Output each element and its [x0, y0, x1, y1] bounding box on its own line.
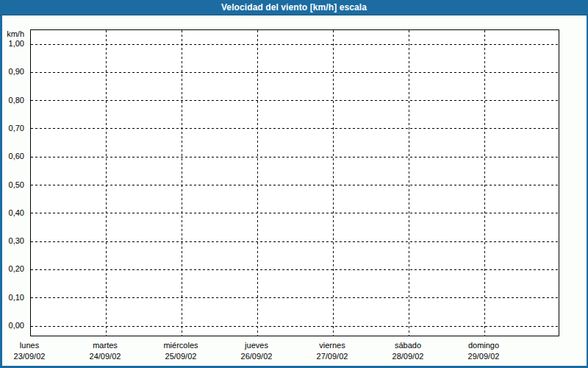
x-axis-day-label: domingo29/09/02: [446, 340, 521, 362]
day-date: 26/09/02: [219, 351, 294, 362]
day-date: 24/09/02: [68, 351, 143, 362]
y-tick-label: 0,80: [0, 96, 24, 105]
x-axis-day-label: viernes27/09/02: [295, 340, 370, 362]
plot-area: [30, 29, 559, 336]
y-tick-label: 1,00: [0, 39, 24, 49]
day-name: martes: [68, 340, 143, 351]
x-axis-day-label: martes24/09/02: [68, 340, 143, 362]
y-tick-label: 0,50: [0, 180, 24, 190]
day-date: 27/09/02: [295, 351, 370, 362]
gridlines: [31, 30, 559, 336]
y-tick-label: 0,30: [0, 236, 24, 246]
y-tick-label: 0,90: [0, 67, 24, 77]
chart-window: Velocidad del viento [km/h] escala km/h …: [0, 0, 588, 368]
chart-title-bar: Velocidad del viento [km/h] escala: [0, 0, 588, 15]
y-tick-label: 0,40: [0, 208, 24, 218]
y-tick-label: 0,70: [0, 124, 24, 133]
day-name: jueves: [219, 340, 294, 351]
day-name: viernes: [295, 340, 370, 351]
day-name: domingo: [446, 340, 521, 351]
y-tick-label: 0,00: [0, 321, 24, 330]
x-axis-day-label: jueves26/09/02: [219, 340, 294, 362]
x-axis-day-label: sábado28/09/02: [370, 340, 445, 362]
y-tick-label: 0,60: [0, 152, 24, 161]
day-name: miércoles: [143, 340, 218, 351]
day-date: 29/09/02: [446, 351, 521, 362]
y-tick-label: 0,10: [0, 293, 24, 302]
day-name: lunes: [0, 340, 67, 351]
day-date: 23/09/02: [0, 351, 67, 362]
day-name: sábado: [370, 340, 445, 351]
x-axis-day-label: miércoles25/09/02: [143, 340, 218, 362]
y-tick-label: 0,20: [0, 264, 24, 274]
x-axis-day-label: lunes23/09/02: [0, 340, 67, 362]
chart-title: Velocidad del viento [km/h] escala: [221, 2, 367, 13]
day-date: 25/09/02: [143, 351, 218, 362]
y-axis-unit-label: km/h: [0, 29, 24, 39]
day-date: 28/09/02: [370, 351, 445, 362]
